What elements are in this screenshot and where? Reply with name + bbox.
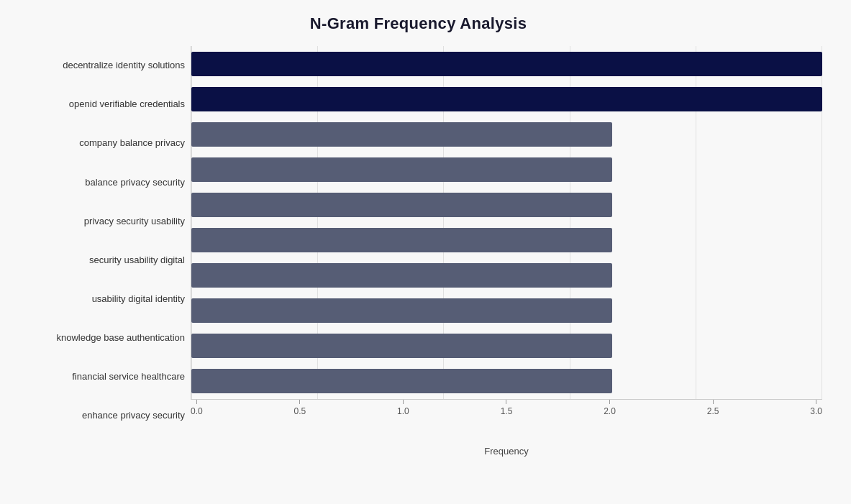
x-tick: 0.5 <box>294 400 306 416</box>
bar-row <box>191 190 822 220</box>
bar-row <box>191 155 822 185</box>
bar <box>191 334 612 358</box>
bar-row <box>191 49 822 79</box>
x-tick-line <box>403 400 404 404</box>
x-tick-line <box>816 400 816 404</box>
bars-and-x: 0.00.51.01.52.02.53.0 Frequency <box>191 46 822 435</box>
bar-row <box>191 366 822 396</box>
x-tick-line <box>506 400 506 404</box>
bar <box>191 193 612 217</box>
x-tick-line <box>196 400 197 404</box>
y-labels: decentralize identity solutionsopenid ve… <box>14 46 191 435</box>
bar <box>191 52 822 76</box>
bar-row <box>191 119 822 150</box>
bar <box>191 298 612 323</box>
y-label: privacy security usability <box>14 202 185 239</box>
x-tick-label: 0.5 <box>294 406 306 416</box>
bar <box>191 263 612 288</box>
y-label: knowledge base authentication <box>14 319 185 357</box>
y-label: enhance privacy security <box>14 397 185 434</box>
x-tick: 1.0 <box>397 400 409 416</box>
chart-container: N-Gram Frequency Analysis decentralize i… <box>0 0 851 504</box>
bar <box>191 228 612 252</box>
x-tick: 2.5 <box>707 400 719 416</box>
y-label: company balance privacy <box>14 124 185 162</box>
y-label: decentralize identity solutions <box>14 47 185 84</box>
bar-row <box>191 331 822 361</box>
bars-wrapper <box>191 46 822 399</box>
bar <box>191 87 822 111</box>
x-tick-line <box>299 400 300 404</box>
y-label: usability digital identity <box>14 280 185 318</box>
x-tick-label: 3.0 <box>810 406 822 416</box>
x-axis-title: Frequency <box>191 446 822 457</box>
x-tick: 3.0 <box>810 400 822 416</box>
x-tick: 0.0 <box>191 400 203 416</box>
x-axis: 0.00.51.01.52.02.53.0 Frequency <box>191 399 822 435</box>
bar <box>191 122 612 147</box>
x-tick-label: 1.0 <box>397 406 409 416</box>
x-tick-line <box>713 400 714 404</box>
x-tick-label: 2.0 <box>604 406 616 416</box>
y-label: financial service healthcare <box>14 358 185 395</box>
bar-row <box>191 295 822 326</box>
bar-row <box>191 225 822 255</box>
bar <box>191 369 612 393</box>
x-tick: 1.5 <box>501 400 513 416</box>
x-tick-label: 2.5 <box>707 406 719 416</box>
x-tick-line <box>609 400 610 404</box>
bar-row <box>191 260 822 290</box>
x-tick-label: 0.0 <box>191 406 203 416</box>
bar-row <box>191 84 822 114</box>
y-label: balance privacy security <box>14 163 185 201</box>
x-tick-label: 1.5 <box>501 406 513 416</box>
x-tick: 2.0 <box>604 400 616 416</box>
bar <box>191 157 612 182</box>
chart-title: N-Gram Frequency Analysis <box>14 14 822 33</box>
x-ticks: 0.00.51.01.52.02.53.0 <box>191 400 822 416</box>
chart-area: decentralize identity solutionsopenid ve… <box>14 46 822 435</box>
y-label: security usability digital <box>14 242 185 279</box>
y-label: openid verifiable credentials <box>14 86 185 123</box>
bars-section <box>191 46 822 399</box>
